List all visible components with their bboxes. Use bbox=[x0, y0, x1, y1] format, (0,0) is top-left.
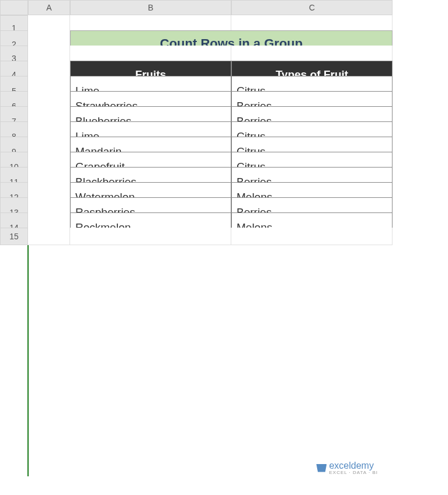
row-header-15[interactable]: 15 bbox=[0, 228, 28, 245]
spreadsheet-grid: A B C 1 2 Count Rows in a Group 3 4 Frui… bbox=[0, 0, 448, 243]
col-header-a[interactable]: A bbox=[28, 0, 70, 15]
watermark-brand: exceldemy bbox=[329, 461, 373, 470]
select-all-corner[interactable] bbox=[0, 0, 28, 15]
watermark-tagline: EXCEL · DATA · BI bbox=[329, 470, 378, 475]
watermark: exceldemy EXCEL · DATA · BI bbox=[316, 461, 378, 475]
watermark-icon bbox=[316, 464, 327, 472]
cell-c15[interactable] bbox=[231, 228, 393, 245]
cell-a15[interactable] bbox=[28, 228, 70, 245]
cell-b15[interactable] bbox=[70, 228, 231, 245]
col-header-b[interactable]: B bbox=[70, 0, 231, 15]
col-header-c[interactable]: C bbox=[231, 0, 393, 15]
